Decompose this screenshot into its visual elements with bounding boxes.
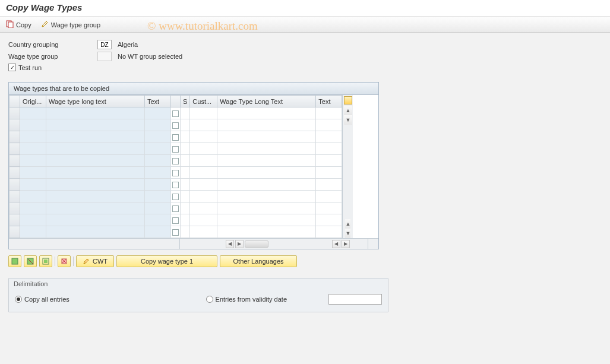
row-checkbox[interactable] [172, 158, 179, 164]
cell-long-text-1[interactable] [46, 214, 145, 226]
test-run-checkbox[interactable]: ✓ [8, 64, 16, 71]
cell-text-2[interactable] [316, 167, 342, 179]
cell-long-text-1[interactable] [46, 131, 145, 143]
cell-origi[interactable] [20, 155, 46, 167]
col-cust[interactable]: Cust... [190, 96, 217, 107]
cell-text-1[interactable] [145, 131, 171, 143]
cell-s[interactable] [181, 226, 190, 238]
cell-chk[interactable] [171, 107, 181, 119]
hscroll-left-thumb[interactable] [245, 240, 268, 248]
cell-s[interactable] [181, 119, 190, 131]
col-text-2[interactable]: Text [316, 96, 342, 107]
cell-origi[interactable] [20, 226, 46, 238]
col-text-1[interactable]: Text [145, 96, 171, 107]
cell-cust[interactable] [190, 107, 217, 119]
cell-cust[interactable] [190, 167, 217, 179]
cell-long-text-1[interactable] [46, 179, 145, 191]
table-row[interactable] [10, 155, 342, 167]
cell-long-text-2[interactable] [217, 107, 316, 119]
row-checkbox[interactable] [172, 194, 179, 200]
cell-chk[interactable] [171, 119, 181, 131]
col-chk[interactable] [171, 96, 181, 107]
cell-long-text-1[interactable] [46, 191, 145, 202]
cell-long-text-2[interactable] [217, 119, 316, 131]
cell-text-1[interactable] [145, 179, 171, 191]
cell-long-text-1[interactable] [46, 155, 145, 167]
cell-cust[interactable] [190, 143, 217, 155]
cell-chk[interactable] [171, 179, 181, 191]
cell-cust[interactable] [190, 202, 217, 214]
row-selector[interactable] [10, 155, 20, 167]
selection-button[interactable] [39, 255, 52, 267]
cell-text-2[interactable] [316, 191, 342, 202]
scroll-up-icon[interactable]: ▲ [344, 106, 352, 115]
cell-long-text-1[interactable] [46, 226, 145, 238]
cell-long-text-2[interactable] [217, 226, 316, 238]
delete-row-button[interactable] [58, 255, 71, 267]
cell-origi[interactable] [20, 191, 46, 202]
cell-chk[interactable] [171, 167, 181, 179]
hscroll-right[interactable]: ◀ ▶ [314, 239, 368, 249]
cell-text-1[interactable] [145, 119, 171, 131]
hscroll-left-next-icon[interactable]: ▶ [235, 240, 244, 248]
cell-text-2[interactable] [316, 214, 342, 226]
cell-chk[interactable] [171, 202, 181, 214]
cell-origi[interactable] [20, 131, 46, 143]
cell-origi[interactable] [20, 107, 46, 119]
cell-text-2[interactable] [316, 143, 342, 155]
row-checkbox[interactable] [172, 217, 179, 224]
table-row[interactable] [10, 214, 342, 226]
cell-long-text-1[interactable] [46, 167, 145, 179]
cell-chk[interactable] [171, 143, 181, 155]
cell-text-2[interactable] [316, 131, 342, 143]
cell-long-text-2[interactable] [217, 167, 316, 179]
table-row[interactable] [10, 226, 342, 238]
cell-chk[interactable] [171, 155, 181, 167]
wage-type-group-button[interactable]: Wage type group [41, 20, 100, 29]
cell-cust[interactable] [190, 226, 217, 238]
row-checkbox[interactable] [172, 146, 179, 153]
copy-wage-type-1-button[interactable]: Copy wage type 1 [116, 255, 217, 267]
row-checkbox[interactable] [172, 205, 179, 212]
cell-long-text-2[interactable] [217, 214, 316, 226]
scroll-up2-icon[interactable]: ▲ [345, 219, 350, 229]
cell-text-2[interactable] [316, 107, 342, 119]
cell-long-text-1[interactable] [46, 107, 145, 119]
cell-text-2[interactable] [316, 119, 342, 131]
col-selector[interactable] [10, 96, 20, 107]
row-selector[interactable] [10, 214, 20, 226]
hscroll-left-prev-icon[interactable]: ◀ [226, 240, 234, 248]
cell-origi[interactable] [20, 179, 46, 191]
cell-chk[interactable] [171, 226, 181, 238]
vertical-scrollbar[interactable]: ▲ ▼ ▲ ▼ [342, 95, 353, 238]
entries-from-date-option[interactable]: Entries from validity date [206, 296, 287, 303]
cell-long-text-1[interactable] [46, 143, 145, 155]
wage-type-group-input[interactable] [97, 52, 112, 61]
col-s[interactable]: S [181, 96, 190, 107]
cell-origi[interactable] [20, 202, 46, 214]
row-checkbox[interactable] [172, 182, 179, 188]
cell-s[interactable] [181, 107, 190, 119]
col-wage-type-long-text-1[interactable]: Wage type long text [46, 96, 145, 107]
table-settings-icon[interactable] [344, 96, 352, 105]
cell-long-text-2[interactable] [217, 179, 316, 191]
col-wage-type-long-text-2[interactable]: Wage Type Long Text [217, 96, 316, 107]
cell-cust[interactable] [190, 214, 217, 226]
row-selector[interactable] [10, 143, 20, 155]
radio-entries-from[interactable] [206, 296, 213, 303]
cell-text-2[interactable] [316, 226, 342, 238]
copy-all-entries-option[interactable]: Copy all entries [15, 296, 69, 303]
cell-origi[interactable] [20, 143, 46, 155]
cell-long-text-1[interactable] [46, 202, 145, 214]
copy-button[interactable]: Copy [6, 20, 31, 29]
cell-origi[interactable] [20, 167, 46, 179]
row-selector[interactable] [10, 191, 20, 202]
row-selector[interactable] [10, 131, 20, 143]
cell-s[interactable] [181, 202, 190, 214]
cell-s[interactable] [181, 131, 190, 143]
table-row[interactable] [10, 167, 342, 179]
cell-s[interactable] [181, 179, 190, 191]
hscroll-right-next-icon[interactable]: ▶ [342, 240, 350, 248]
cell-long-text-2[interactable] [217, 155, 316, 167]
table-row[interactable] [10, 143, 342, 155]
